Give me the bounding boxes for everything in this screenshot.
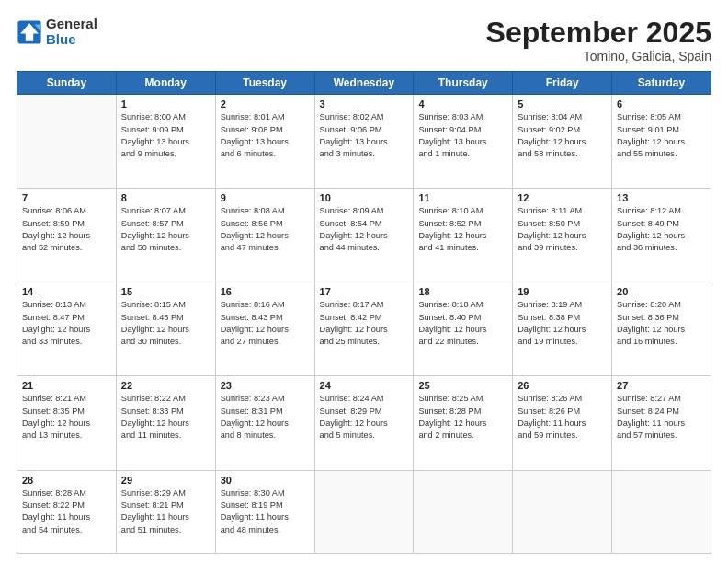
day-number: 6 [617, 98, 706, 109]
table-row: 23Sunrise: 8:23 AMSunset: 8:31 PMDayligh… [215, 376, 314, 470]
table-row: 16Sunrise: 8:16 AMSunset: 8:43 PMDayligh… [215, 282, 314, 376]
logo-blue: Blue [46, 31, 76, 47]
day-info: Sunrise: 8:12 AMSunset: 8:49 PMDaylight:… [617, 205, 706, 254]
calendar-table: Sunday Monday Tuesday Wednesday Thursday… [17, 71, 711, 554]
table-row: 7Sunrise: 8:06 AMSunset: 8:59 PMDaylight… [17, 189, 117, 282]
day-info: Sunrise: 8:24 AMSunset: 8:29 PMDaylight:… [320, 393, 409, 442]
day-info: Sunrise: 8:18 AMSunset: 8:40 PMDaylight:… [418, 299, 507, 348]
table-row: 6Sunrise: 8:05 AMSunset: 9:01 PMDaylight… [612, 95, 711, 189]
location: Tomino, Galicia, Spain [486, 49, 711, 63]
day-number: 21 [22, 380, 111, 391]
day-number: 4 [418, 98, 507, 109]
table-row: 19Sunrise: 8:19 AMSunset: 8:38 PMDayligh… [513, 282, 612, 376]
day-info: Sunrise: 8:21 AMSunset: 8:35 PMDaylight:… [22, 393, 111, 442]
col-friday: Friday [513, 72, 612, 95]
table-row: 9Sunrise: 8:08 AMSunset: 8:56 PMDaylight… [215, 189, 314, 282]
day-info: Sunrise: 8:01 AMSunset: 9:08 PMDaylight:… [221, 111, 310, 160]
day-number: 3 [320, 98, 409, 109]
table-row [612, 470, 711, 554]
day-info: Sunrise: 8:26 AMSunset: 8:26 PMDaylight:… [518, 393, 607, 442]
table-row: 1Sunrise: 8:00 AMSunset: 9:09 PMDaylight… [116, 95, 215, 189]
logo-text: General Blue [46, 17, 97, 47]
day-info: Sunrise: 8:27 AMSunset: 8:24 PMDaylight:… [617, 393, 706, 442]
day-info: Sunrise: 8:00 AMSunset: 9:09 PMDaylight:… [121, 111, 210, 160]
table-row: 3Sunrise: 8:02 AMSunset: 9:06 PMDaylight… [314, 95, 414, 189]
day-number: 23 [221, 380, 310, 391]
day-number: 19 [518, 286, 607, 297]
day-info: Sunrise: 8:16 AMSunset: 8:43 PMDaylight:… [221, 299, 310, 348]
day-number: 17 [320, 286, 409, 297]
day-info: Sunrise: 8:28 AMSunset: 8:22 PMDaylight:… [22, 488, 111, 536]
day-number: 1 [121, 98, 210, 109]
table-row: 15Sunrise: 8:15 AMSunset: 8:45 PMDayligh… [116, 282, 215, 376]
col-sunday: Sunday [17, 72, 117, 95]
calendar-header-row: Sunday Monday Tuesday Wednesday Thursday… [17, 72, 711, 95]
day-info: Sunrise: 8:10 AMSunset: 8:52 PMDaylight:… [418, 205, 507, 254]
table-row: 24Sunrise: 8:24 AMSunset: 8:29 PMDayligh… [314, 376, 414, 470]
day-number: 14 [22, 286, 111, 297]
day-number: 28 [22, 475, 111, 486]
table-row: 12Sunrise: 8:11 AMSunset: 8:50 PMDayligh… [513, 189, 612, 282]
title-area: September 2025 Tomino, Galicia, Spain [486, 17, 711, 63]
table-row: 10Sunrise: 8:09 AMSunset: 8:54 PMDayligh… [314, 189, 414, 282]
day-number: 10 [320, 192, 409, 203]
day-number: 18 [418, 286, 507, 297]
day-number: 13 [617, 192, 706, 203]
day-number: 9 [221, 192, 310, 203]
table-row: 11Sunrise: 8:10 AMSunset: 8:52 PMDayligh… [414, 189, 513, 282]
table-row: 14Sunrise: 8:13 AMSunset: 8:47 PMDayligh… [17, 282, 117, 376]
day-info: Sunrise: 8:30 AMSunset: 8:19 PMDaylight:… [221, 488, 310, 536]
day-info: Sunrise: 8:22 AMSunset: 8:33 PMDaylight:… [121, 393, 210, 442]
day-info: Sunrise: 8:06 AMSunset: 8:59 PMDaylight:… [22, 205, 111, 254]
table-row: 26Sunrise: 8:26 AMSunset: 8:26 PMDayligh… [513, 376, 612, 470]
day-info: Sunrise: 8:05 AMSunset: 9:01 PMDaylight:… [617, 111, 706, 160]
col-wednesday: Wednesday [314, 72, 414, 95]
day-info: Sunrise: 8:04 AMSunset: 9:02 PMDaylight:… [518, 111, 607, 160]
day-info: Sunrise: 8:25 AMSunset: 8:28 PMDaylight:… [418, 393, 507, 442]
table-row: 4Sunrise: 8:03 AMSunset: 9:04 PMDaylight… [414, 95, 513, 189]
day-number: 22 [121, 380, 210, 391]
day-info: Sunrise: 8:20 AMSunset: 8:36 PMDaylight:… [617, 299, 706, 348]
table-row: 30Sunrise: 8:30 AMSunset: 8:19 PMDayligh… [215, 470, 314, 554]
day-number: 5 [518, 98, 607, 109]
table-row: 20Sunrise: 8:20 AMSunset: 8:36 PMDayligh… [612, 282, 711, 376]
day-number: 25 [418, 380, 507, 391]
day-number: 15 [121, 286, 210, 297]
table-row: 13Sunrise: 8:12 AMSunset: 8:49 PMDayligh… [612, 189, 711, 282]
logo-icon [17, 19, 42, 45]
day-info: Sunrise: 8:03 AMSunset: 9:04 PMDaylight:… [418, 111, 507, 160]
col-monday: Monday [116, 72, 215, 95]
table-row: 21Sunrise: 8:21 AMSunset: 8:35 PMDayligh… [17, 376, 117, 470]
table-row: 27Sunrise: 8:27 AMSunset: 8:24 PMDayligh… [612, 376, 711, 470]
day-number: 24 [320, 380, 409, 391]
col-saturday: Saturday [612, 72, 711, 95]
day-number: 7 [22, 192, 111, 203]
logo-general: General [46, 16, 97, 31]
day-number: 8 [121, 192, 210, 203]
day-number: 30 [221, 475, 310, 486]
month-title: September 2025 [486, 17, 711, 49]
day-number: 29 [121, 475, 210, 486]
day-info: Sunrise: 8:15 AMSunset: 8:45 PMDaylight:… [121, 299, 210, 348]
table-row: 28Sunrise: 8:28 AMSunset: 8:22 PMDayligh… [17, 470, 117, 554]
table-row: 17Sunrise: 8:17 AMSunset: 8:42 PMDayligh… [314, 282, 414, 376]
table-row: 8Sunrise: 8:07 AMSunset: 8:57 PMDaylight… [116, 189, 215, 282]
table-row: 18Sunrise: 8:18 AMSunset: 8:40 PMDayligh… [414, 282, 513, 376]
page: General Blue September 2025 Tomino, Gali… [0, 0, 728, 563]
day-number: 2 [221, 98, 310, 109]
table-row [513, 470, 612, 554]
table-row [314, 470, 414, 554]
logo: General Blue [17, 17, 97, 47]
table-row: 25Sunrise: 8:25 AMSunset: 8:28 PMDayligh… [414, 376, 513, 470]
table-row [17, 95, 117, 189]
day-number: 11 [418, 192, 507, 203]
day-number: 20 [617, 286, 706, 297]
day-info: Sunrise: 8:08 AMSunset: 8:56 PMDaylight:… [221, 205, 310, 254]
col-tuesday: Tuesday [215, 72, 314, 95]
day-info: Sunrise: 8:07 AMSunset: 8:57 PMDaylight:… [121, 205, 210, 254]
table-row: 22Sunrise: 8:22 AMSunset: 8:33 PMDayligh… [116, 376, 215, 470]
table-row: 2Sunrise: 8:01 AMSunset: 9:08 PMDaylight… [215, 95, 314, 189]
day-info: Sunrise: 8:29 AMSunset: 8:21 PMDaylight:… [121, 488, 210, 536]
col-thursday: Thursday [414, 72, 513, 95]
day-info: Sunrise: 8:17 AMSunset: 8:42 PMDaylight:… [320, 299, 409, 348]
